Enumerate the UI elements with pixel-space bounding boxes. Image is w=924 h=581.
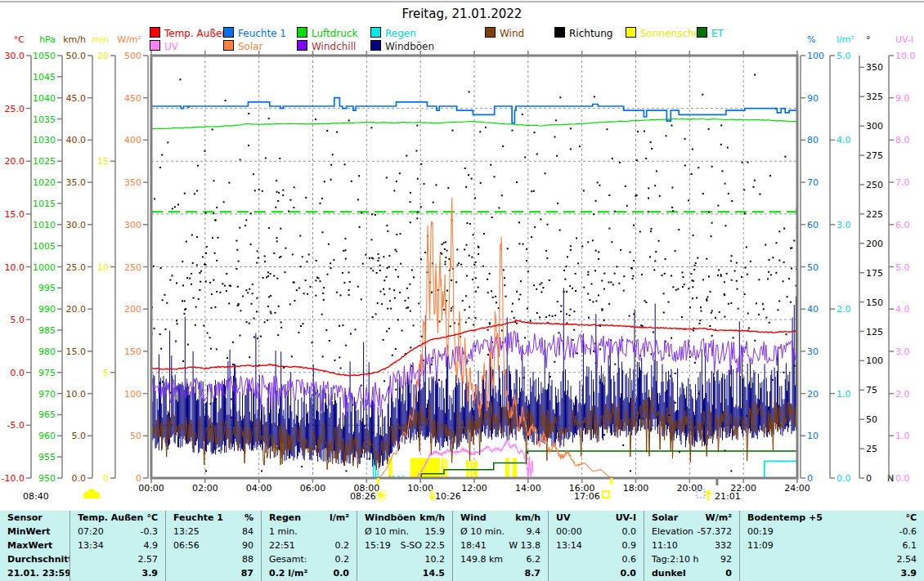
sensor-name: Wind bbox=[453, 511, 487, 525]
svg-text:125: 125 bbox=[866, 327, 883, 337]
svg-text:30.0: 30.0 bbox=[66, 220, 87, 230]
legend-item-wind: Wind bbox=[485, 27, 524, 38]
svg-text:17:06: 17:06 bbox=[574, 491, 600, 502]
svg-text:980: 980 bbox=[38, 346, 56, 357]
cell-value: S-SO 22.5 bbox=[400, 539, 452, 552]
cell-value: 0.2 bbox=[335, 552, 357, 566]
cell-time bbox=[357, 552, 365, 566]
sensor-name: Regen bbox=[262, 511, 301, 525]
svg-text:985: 985 bbox=[38, 325, 56, 336]
svg-text:20: 20 bbox=[807, 389, 819, 400]
cell-value: 0.9 bbox=[622, 539, 644, 552]
legend-label: Wind bbox=[500, 28, 524, 39]
svg-text:1010: 1010 bbox=[33, 220, 56, 230]
sensor-name: Feuchte 1 bbox=[166, 511, 223, 525]
cell-value: 0.2 bbox=[335, 539, 357, 552]
table-column-windb-en: Windböenkm/hØ 10 min.15.915:19S-SO 22.51… bbox=[357, 511, 453, 581]
table-column-feuchte-1: Feuchte 1%13:258406:56908887 bbox=[166, 511, 262, 581]
cell-time: Ø 10 min. bbox=[357, 525, 409, 539]
legend-color-box bbox=[150, 40, 160, 51]
svg-text:3.0: 3.0 bbox=[837, 220, 851, 230]
svg-text:10:26: 10:26 bbox=[435, 491, 461, 502]
table-row: 15:19S-SO 22.5 bbox=[357, 539, 452, 552]
svg-text:450: 450 bbox=[124, 93, 141, 104]
cell-time: 1 min. bbox=[262, 525, 298, 539]
cell-value: 87 bbox=[241, 566, 261, 580]
table-row: Durchschnitt bbox=[0, 552, 70, 566]
svg-text:950: 950 bbox=[38, 473, 56, 484]
svg-text:250: 250 bbox=[866, 180, 883, 190]
legend-label: Feuchte 1 bbox=[238, 28, 286, 39]
cell-time: 0.2 l/m² bbox=[262, 566, 307, 580]
table-column-header: SolarW/m² bbox=[644, 511, 739, 525]
sensor-unit: km/h bbox=[515, 511, 548, 525]
svg-text:-10.0: -10.0 bbox=[2, 473, 25, 484]
svg-text:2.0: 2.0 bbox=[837, 304, 851, 315]
sensor-name: UV bbox=[549, 511, 570, 525]
cell-value: 15.9 bbox=[425, 525, 453, 539]
cell-time: 18:41 bbox=[453, 539, 487, 552]
table-column-regen: Regenl/m²1 min.22:510.2Gesamt:0.20.2 l/m… bbox=[262, 511, 357, 581]
table-row: 07:20-0.3 bbox=[70, 525, 165, 539]
svg-text:0: 0 bbox=[103, 473, 109, 484]
sun-icon bbox=[375, 489, 388, 502]
svg-text:10: 10 bbox=[807, 431, 819, 441]
cell-value: -0.3 bbox=[141, 525, 165, 539]
svg-text:5.0: 5.0 bbox=[895, 262, 910, 273]
cell-time bbox=[70, 566, 78, 580]
weather-chart[interactable]: -10.0-5.00.05.010.015.020.025.030.0°C950… bbox=[0, 0, 924, 511]
cell-value: 92 bbox=[720, 552, 739, 566]
legend-color-box bbox=[626, 27, 636, 38]
legend-color-box bbox=[223, 27, 234, 38]
table-column-bodentemp-5: Bodentemp +5°C00:19-0.611:096.12.543.9 bbox=[740, 511, 924, 581]
cell-value: 6.2 bbox=[527, 552, 549, 566]
cell-value: 0 bbox=[725, 566, 739, 580]
cell-value: 3.9 bbox=[142, 566, 166, 580]
cell-value: 10.2 bbox=[425, 552, 453, 566]
svg-text:965: 965 bbox=[38, 409, 56, 420]
svg-text:990: 990 bbox=[38, 304, 56, 315]
table-row: Ø 10 min.9.4 bbox=[453, 525, 548, 539]
svg-text:1030: 1030 bbox=[33, 135, 56, 145]
svg-text:40: 40 bbox=[807, 304, 819, 315]
cell-value: 14.5 bbox=[423, 566, 452, 580]
svg-text:1035: 1035 bbox=[33, 114, 56, 125]
cell-time: Ø 10 min. bbox=[453, 525, 505, 539]
svg-text:5.0: 5.0 bbox=[72, 431, 87, 441]
svg-text:10.0: 10.0 bbox=[66, 389, 87, 400]
cell-value: 0.6 bbox=[622, 552, 644, 566]
legend-color-box bbox=[370, 40, 381, 51]
svg-text:0.0: 0.0 bbox=[11, 368, 25, 378]
svg-text:-5.0: -5.0 bbox=[7, 420, 25, 431]
table-row: 1 min. bbox=[262, 525, 357, 539]
cell-value: 332 bbox=[715, 539, 739, 552]
svg-text:10.0: 10.0 bbox=[5, 262, 25, 273]
cell-time bbox=[740, 566, 747, 580]
svg-text:45.0: 45.0 bbox=[66, 93, 87, 104]
cell-time: 15:19 bbox=[357, 539, 391, 552]
table-row: 2.57 bbox=[70, 552, 165, 566]
legend-label: UV bbox=[164, 41, 178, 52]
cloud-icon bbox=[83, 489, 100, 498]
axis-min: 05101520min bbox=[92, 34, 115, 484]
table-row: 3.9 bbox=[740, 566, 924, 580]
table-row: 3.9 bbox=[70, 566, 165, 580]
cell-time: 07:20 bbox=[70, 525, 104, 539]
legend-color-box bbox=[697, 27, 707, 38]
svg-text:12:00: 12:00 bbox=[461, 483, 487, 494]
cell-value: 9.4 bbox=[527, 525, 549, 539]
axis-kmh: 0.05.010.015.020.025.030.035.040.045.050… bbox=[63, 34, 92, 484]
legend-item-regen: Regen bbox=[370, 27, 416, 38]
table-column-temp-au-en: Temp. Außen°C07:20-0.313:344.92.573.9 bbox=[70, 511, 166, 581]
sensor-name: Windböen bbox=[357, 511, 415, 525]
cell-value: 0.0 bbox=[622, 525, 644, 539]
table-row: 0.0 bbox=[549, 566, 644, 580]
svg-text:30: 30 bbox=[807, 346, 819, 357]
table-column-header: UVUV-I bbox=[549, 511, 644, 525]
legend-label: Luftdruck bbox=[312, 28, 358, 39]
table-row: 13:2584 bbox=[166, 525, 261, 539]
legend-item-uv: UV bbox=[150, 40, 178, 51]
svg-text:5.0: 5.0 bbox=[11, 315, 25, 325]
table-column-header: Temp. Außen°C bbox=[70, 511, 165, 525]
svg-text:18:00: 18:00 bbox=[623, 483, 649, 494]
